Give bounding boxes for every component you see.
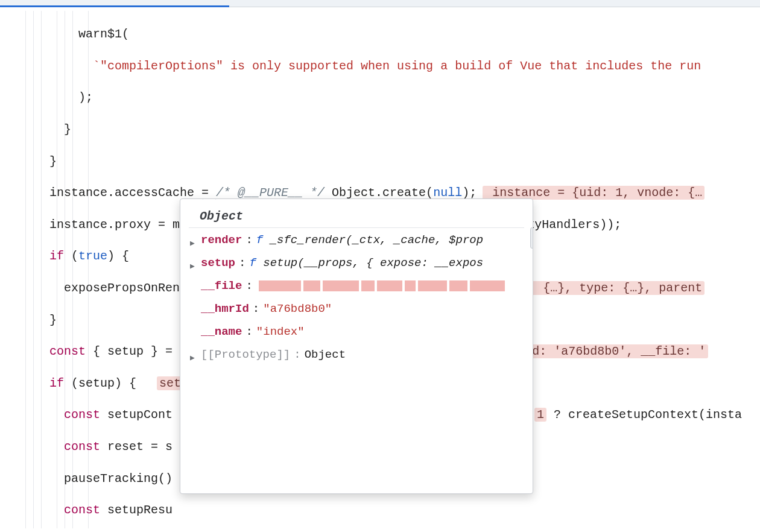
code-text: instance.accessCache =: [49, 186, 216, 200]
tooltip-value: "a76bd8b0": [263, 299, 332, 319]
code-text: }: [49, 313, 57, 327]
expand-icon[interactable]: ▶: [190, 230, 197, 253]
tooltip-key: [[Prototype]]: [201, 345, 290, 365]
expand-icon[interactable]: ▶: [190, 345, 197, 368]
tooltip-row-hmrid[interactable]: ▶ __hmrId: "a76bd8b0": [189, 299, 524, 322]
code-text: (setup) {: [64, 376, 151, 390]
redacted-value: [259, 276, 507, 296]
code-text: ? createSetupContext(insta: [546, 408, 742, 422]
code-text: }: [49, 154, 57, 168]
expand-icon[interactable]: ▶: [190, 253, 197, 276]
tooltip-title: Object: [189, 206, 524, 228]
tooltip-notch: [203, 198, 217, 206]
code-keyword: const: [49, 344, 86, 358]
code-text: pauseTracking(): [64, 472, 173, 486]
tooltip-row-name[interactable]: ▶ __name: "index": [189, 322, 524, 345]
code-comment: /* @__PURE__ */: [216, 186, 325, 200]
tooltip-fn-sig: setup(__props, { expose: __expos: [263, 256, 483, 270]
debug-inlay[interactable]: instance = {uid: 1, vnode: {…: [483, 186, 705, 200]
tooltip-value: Object: [305, 345, 346, 365]
tooltip-key: __hmrId: [201, 299, 249, 319]
tooltip-row-setup[interactable]: ▶ setup: f setup(__props, { expose: __ex…: [189, 253, 524, 276]
code-null: null: [433, 186, 462, 200]
tooltip-key: setup: [201, 253, 235, 273]
code-text: setupCont: [100, 408, 173, 422]
code-keyword: const: [64, 408, 100, 422]
code-text: }: [64, 122, 71, 136]
object-preview-chip[interactable]: {…}: [530, 227, 533, 249]
tooltip-row-file[interactable]: ▶ __file:: [189, 276, 524, 299]
tooltip-row-render[interactable]: ▶ render: f _sfc_render(_ctx, _cache, $p…: [189, 230, 524, 253]
code-text: ) {: [107, 249, 129, 263]
code-text: (: [64, 249, 78, 263]
code-keyword: if: [49, 249, 64, 263]
code-keyword: if: [49, 376, 64, 390]
tooltip-fn-sig: _sfc_render(_ctx, _cache, $prop: [270, 233, 483, 247]
tooltip-value: "index": [256, 322, 305, 342]
code-keyword: const: [64, 440, 100, 454]
code-bool: true: [78, 249, 107, 263]
tooltip-row-prototype[interactable]: ▶ [[Prototype]]: Object: [189, 345, 524, 368]
code-text: setupResu: [100, 503, 173, 517]
code-text: warn$1(: [78, 27, 129, 41]
code-text: reset = s: [100, 440, 173, 454]
debugger-hover-tooltip[interactable]: Object ▶ render: f _sfc_render(_ctx, _ca…: [180, 198, 533, 494]
debug-inlay[interactable]: 1: [534, 408, 546, 422]
code-text: { setup } =: [86, 344, 180, 358]
tooltip-key: render: [201, 230, 242, 250]
function-symbol-icon: f: [249, 256, 256, 270]
code-text: );: [78, 90, 93, 104]
tooltip-key: __file: [201, 276, 242, 296]
code-text: );: [462, 186, 477, 200]
function-symbol-icon: f: [256, 233, 263, 247]
tab-bar[interactable]: [0, 0, 760, 7]
code-text: Object.create(: [325, 186, 433, 200]
code-string: `"compilerOptions" is only supported whe…: [93, 59, 701, 73]
tooltip-key: __name: [201, 322, 242, 342]
code-keyword: const: [64, 503, 100, 517]
